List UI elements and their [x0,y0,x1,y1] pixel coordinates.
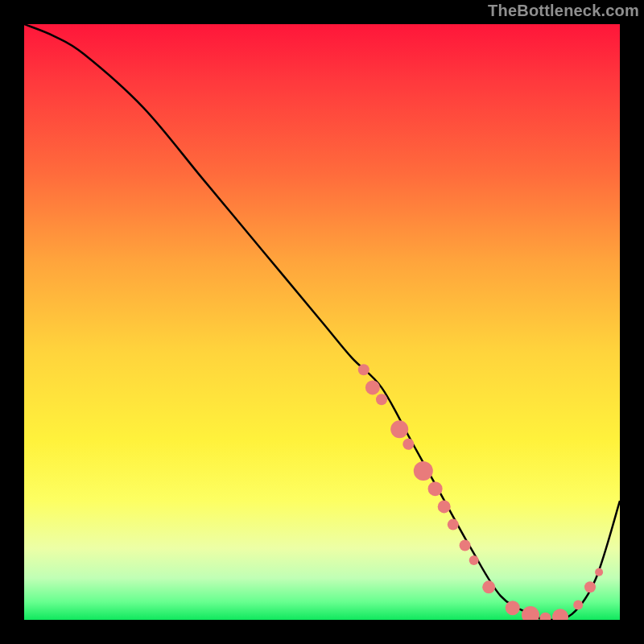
image-frame: TheBottleneck.com [0,0,644,644]
scatter-dot [522,606,539,620]
bottleneck-curve [24,24,620,620]
scatter-dot [428,481,443,496]
scatter-dot [438,500,451,513]
chart-svg [24,24,620,620]
scatter-dot [376,394,387,405]
scatter-dot [365,380,380,394]
scatter-dot [448,519,459,530]
scatter-dot [469,555,479,565]
scatter-dot [584,581,596,592]
scatter-dot [414,461,433,481]
scatter-dot [552,609,568,620]
plot-area [24,24,620,620]
scatter-dot [460,540,471,551]
scatter-dots [358,364,603,620]
scatter-dot [506,601,520,615]
scatter-dot [573,601,583,610]
scatter-dot [358,364,369,375]
watermark-label: TheBottleneck.com [488,2,639,20]
scatter-dot [595,568,603,576]
scatter-dot [482,580,495,593]
scatter-dot [402,439,414,450]
scatter-dot [390,420,408,438]
scatter-dot [540,613,551,620]
